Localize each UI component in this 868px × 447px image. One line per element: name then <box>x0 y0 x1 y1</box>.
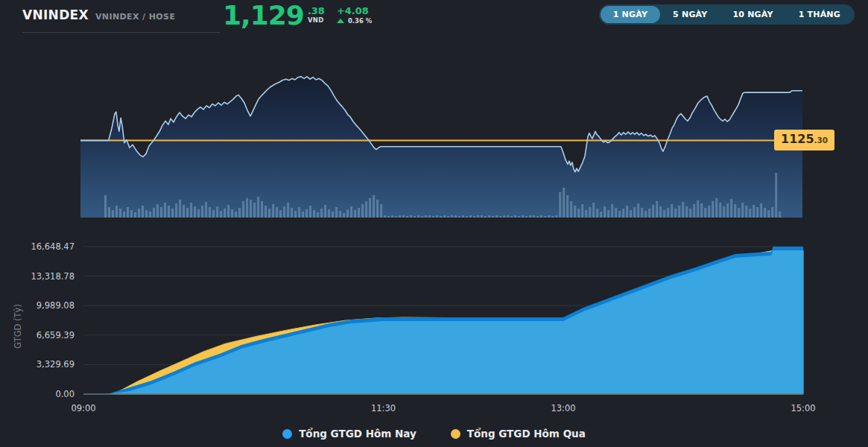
change-percent: 0.36 % <box>348 17 372 25</box>
series-today <box>107 247 803 394</box>
exchange-label: VNINDEX / HOSE <box>95 12 175 22</box>
x-tick-label: 13:00 <box>551 403 575 413</box>
x-tick-label: 15:00 <box>791 403 815 413</box>
title-block: VNINDEX VNINDEX / HOSE <box>22 7 175 22</box>
reference-price-decimal: .30 <box>814 136 829 145</box>
legend-dot-today-icon <box>282 429 292 439</box>
charts-canvas[interactable]: 16,648.4713,318.789,989.086,659.393,329.… <box>0 0 868 447</box>
price-chart[interactable] <box>80 77 802 218</box>
change-value: +4.08 <box>337 6 372 16</box>
last-price: 1,129 <box>223 1 304 31</box>
reference-price-tag: 1125.30 <box>774 130 834 150</box>
tab-5-ngay[interactable]: 5 NGÀY <box>660 6 720 23</box>
title-divider <box>22 32 220 33</box>
y-axis-title: GTGD (Tỷ) <box>13 304 23 349</box>
currency-label: VND <box>308 16 325 25</box>
chart-legend: Tổng GTGD Hôm Nay Tổng GTGD Hôm Qua <box>0 428 868 440</box>
range-selector: 1 NGÀY 5 NGÀY 10 NGÀY 1 THÁNG <box>599 4 855 25</box>
y-tick-label: 3,329.69 <box>37 359 75 370</box>
legend-item-yesterday[interactable]: Tổng GTGD Hôm Qua <box>451 428 586 440</box>
last-price-decimal: .38 <box>308 6 325 16</box>
tab-1-thang[interactable]: 1 THÁNG <box>786 6 853 23</box>
tab-1-ngay[interactable]: 1 NGÀY <box>601 6 660 23</box>
gtgd-chart[interactable]: 16,648.4713,318.789,989.086,659.393,329.… <box>13 241 816 413</box>
x-tick-label: 11:30 <box>371 403 396 413</box>
last-price-block: 1,129 .38 VND +4.08 0.36 % <box>223 1 372 31</box>
y-tick-label: 16,648.47 <box>31 241 75 252</box>
legend-item-today[interactable]: Tổng GTGD Hôm Nay <box>282 428 416 440</box>
arrow-up-icon <box>337 19 344 23</box>
vnindex-chart-app: 16,648.4713,318.789,989.086,659.393,329.… <box>0 0 868 447</box>
y-tick-label: 13,318.78 <box>31 271 75 282</box>
legend-dot-yesterday-icon <box>451 429 460 439</box>
y-tick-label: 0.00 <box>55 389 75 399</box>
tab-10-ngay[interactable]: 10 NGÀY <box>720 6 785 23</box>
y-tick-label: 6,659.39 <box>37 330 75 340</box>
reference-price-main: 1125 <box>781 133 814 146</box>
y-tick-label: 9,989.08 <box>37 300 75 311</box>
page-title: VNINDEX <box>22 7 89 22</box>
legend-label-today: Tổng GTGD Hôm Nay <box>299 428 416 440</box>
x-tick-label: 09:00 <box>71 403 95 413</box>
legend-label-yesterday: Tổng GTGD Hôm Qua <box>467 428 586 440</box>
